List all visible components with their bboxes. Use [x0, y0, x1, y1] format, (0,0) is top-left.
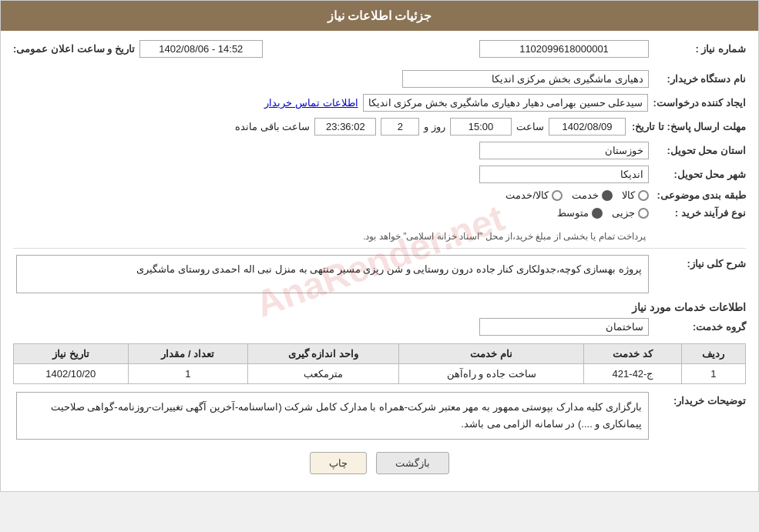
- radio-khadamat-circle: [602, 190, 613, 201]
- farayand-radio-group: جزیی متوسط: [557, 207, 649, 219]
- toseeh-value: بارگزاری کلیه مدارک بپوستی ممهور به مهر …: [16, 392, 649, 440]
- farayand-note: پرداخت تمام یا بخشی از مبلغ خرید،از محل …: [363, 231, 646, 242]
- page-title: جزئیات اطلاعات نیاز: [327, 9, 432, 22]
- mohlat-date: 1402/08/09: [549, 118, 626, 136]
- farayand-label: نوع فرآیند خرید :: [653, 207, 746, 219]
- mohlat-saat: 15:00: [450, 118, 512, 136]
- goroh-value: ساختمان: [479, 318, 649, 336]
- cell-radif: 1: [681, 364, 745, 384]
- radio-kala-label: کالا: [622, 189, 635, 201]
- sharh-label: شرح کلی نیاز:: [653, 255, 746, 269]
- cell-nam: ساخت جاده و راه‌آهن: [398, 364, 583, 384]
- services-table-section: ردیف کد خدمت نام خدمت واحد اندازه گیری ت…: [13, 343, 746, 384]
- eijad-konande-link[interactable]: اطلاعات تماس خریدار: [264, 97, 358, 109]
- mohlat-saat-label: ساعت: [516, 121, 544, 132]
- cell-tedad: 1: [128, 364, 247, 384]
- toseeh-label: توضیحات خریدار:: [653, 392, 746, 407]
- radio-khadamat-label: خدمت: [572, 189, 599, 201]
- nam-dastgah-label: نام دستگاه خریدار:: [653, 73, 746, 85]
- radio-kala-khadamat-item[interactable]: کالا/خدمت: [505, 189, 563, 201]
- sharh-value: پروژه بهسازی کوچه،جدولکاری کنار جاده درو…: [16, 255, 649, 293]
- table-row: 1ج-42-421ساخت جاده و راه‌آهنمترمکعب11402…: [14, 364, 746, 384]
- mohlat-remaining-label: ساعت باقی مانده: [235, 121, 310, 132]
- tarikh-label: تاریخ و ساعت اعلان عمومی:: [13, 43, 135, 55]
- radio-motevaset-label: متوسط: [557, 207, 589, 219]
- mohlat-label: مهلت ارسال پاسخ: تا تاریخ:: [630, 121, 746, 132]
- mohlat-rooz: 2: [381, 118, 419, 136]
- shahr-value: اندیکا: [479, 166, 649, 183]
- page-header: جزئیات اطلاعات نیاز: [1, 1, 758, 31]
- radio-kala-circle: [638, 190, 649, 201]
- ostan-label: استان محل تحویل:: [653, 145, 746, 156]
- back-button[interactable]: بازگشت: [376, 452, 449, 474]
- print-button[interactable]: چاپ: [310, 452, 367, 474]
- ostan-value: خوزستان: [479, 142, 649, 159]
- col-radif: ردیف: [681, 344, 745, 364]
- tabaqa-radio-group: کالا خدمت کالا/خدمت: [505, 189, 649, 201]
- shahr-label: شهر محل تحویل:: [653, 169, 746, 180]
- col-nam: نام خدمت: [398, 344, 583, 364]
- nam-dastgah-value: دهیاری ماشگیری بخش مرکزی اندیکا: [402, 70, 649, 88]
- radio-jozyi-circle: [638, 208, 649, 219]
- cell-kod: ج-42-421: [584, 364, 681, 384]
- radio-kala-item[interactable]: کالا: [622, 189, 649, 201]
- tabaqa-label: طبقه بندی موضوعی:: [653, 189, 746, 201]
- cell-tarikh: 1402/10/20: [14, 364, 129, 384]
- mohlat-rooz-label: روز و: [424, 121, 445, 132]
- goroh-label: گروه خدمت:: [653, 321, 746, 333]
- radio-motevaset-item[interactable]: متوسط: [557, 207, 603, 219]
- col-tarikh: تاریخ نیاز: [14, 344, 129, 364]
- radio-kala-khadamat-circle: [552, 190, 563, 201]
- eijad-konande-value: سیدعلی حسین بهرامی دهیار دهیاری ماشگیری …: [363, 94, 649, 112]
- col-tedad: تعداد / مقدار: [128, 344, 247, 364]
- button-row: بازگشت چاپ: [13, 452, 746, 474]
- shomara-niaz-value: 1102099618000001: [479, 40, 649, 58]
- col-vahed: واحد اندازه گیری: [247, 344, 398, 364]
- radio-khadamat-item[interactable]: خدمت: [572, 189, 613, 201]
- khadamat-section-title: اطلاعات خدمات مورد نیاز: [13, 301, 746, 313]
- shomara-niaz-label: شماره نیاز :: [653, 43, 746, 55]
- eijad-konande-label: ایجاد کننده درخواست:: [653, 97, 746, 109]
- tarikh-value: 1402/08/06 - 14:52: [139, 40, 263, 58]
- mohlat-remaining: 23:36:02: [314, 118, 376, 136]
- cell-vahed: مترمکعب: [247, 364, 398, 384]
- radio-motevaset-circle: [592, 208, 603, 219]
- radio-jozyi-item[interactable]: جزیی: [612, 207, 649, 219]
- radio-jozyi-label: جزیی: [612, 207, 635, 219]
- services-table: ردیف کد خدمت نام خدمت واحد اندازه گیری ت…: [13, 343, 746, 384]
- col-kod: کد خدمت: [584, 344, 681, 364]
- radio-kala-khadamat-label: کالا/خدمت: [505, 189, 549, 201]
